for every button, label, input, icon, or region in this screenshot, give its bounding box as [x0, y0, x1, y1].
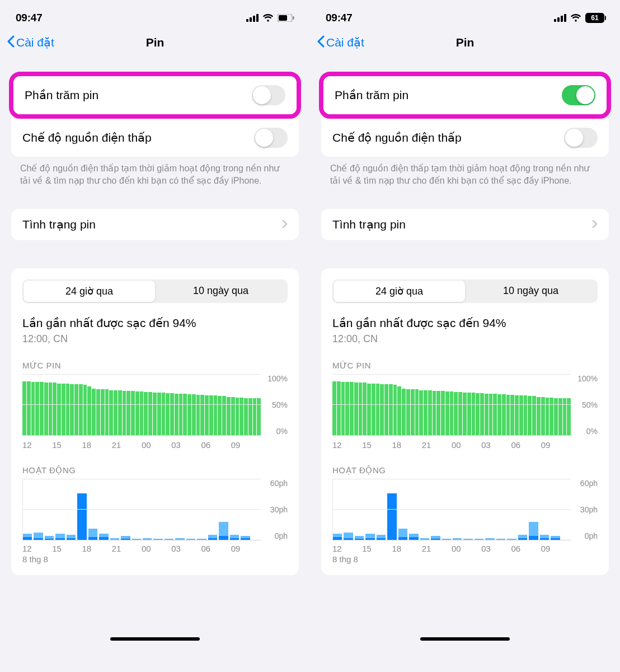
battery-health-cell[interactable]: Tình trạng pin: [11, 209, 299, 240]
status-time: 09:47: [16, 12, 43, 24]
svg-rect-10: [564, 14, 566, 22]
battery-percent-cell[interactable]: Phần trăm pin: [13, 76, 297, 114]
svg-rect-7: [554, 19, 556, 22]
low-power-label: Chế độ nguồn điện thấp: [22, 131, 152, 144]
svg-rect-8: [557, 17, 560, 22]
last-charge-title: Lần gần nhất được sạc đến 94%: [332, 316, 598, 330]
level-xaxis: 1215182100030609: [332, 440, 598, 450]
svg-rect-9: [561, 16, 563, 22]
activity-section-label: HOẠT ĐỘNG: [332, 465, 598, 475]
wifi-icon: [262, 14, 274, 22]
phone-right: 09:47 61 Cài đặt Pin Phần trăm pin Chế đ…: [310, 0, 620, 672]
activity-xaxis: 12151821000306098 thg 8: [332, 544, 598, 564]
chevron-right-icon: [592, 218, 598, 231]
chevron-right-icon: [282, 218, 288, 231]
tab-10d[interactable]: 10 ngày qua: [465, 281, 596, 302]
battery-percent-label: Phần trăm pin: [335, 88, 408, 102]
svg-rect-5: [279, 15, 287, 21]
low-power-toggle[interactable]: [564, 128, 598, 148]
cellular-icon: [246, 14, 259, 22]
battery-health-label: Tình trạng pin: [22, 218, 96, 231]
status-time: 09:47: [326, 12, 353, 24]
nav-bar: Cài đặt Pin: [310, 30, 620, 55]
svg-rect-3: [256, 14, 259, 22]
activity-section-label: HOẠT ĐỘNG: [22, 465, 288, 475]
svg-rect-2: [253, 16, 255, 22]
chevron-left-icon: [317, 35, 325, 50]
level-xaxis: 1215182100030609: [22, 440, 288, 450]
activity-chart: 60ph30ph0ph: [332, 479, 598, 540]
stats-card: 24 giờ qua 10 ngày qua Lần gần nhất được…: [321, 268, 609, 575]
battery-health-label: Tình trạng pin: [332, 218, 406, 231]
svg-rect-6: [293, 16, 294, 20]
highlight-frame: Phần trăm pin: [319, 72, 611, 119]
low-power-footer: Chế độ nguồn điện thấp tạm thời giảm hoạ…: [0, 157, 310, 186]
nav-bar: Cài đặt Pin: [0, 30, 310, 55]
activity-chart: 60ph30ph0ph: [22, 479, 288, 540]
battery-level-chart: 100%50%0%: [332, 374, 598, 436]
level-section-label: MỨC PIN: [22, 361, 288, 371]
battery-percent-icon: 61: [585, 13, 604, 23]
battery-health-cell[interactable]: Tình trạng pin: [321, 209, 609, 240]
home-indicator[interactable]: [110, 637, 200, 641]
back-button[interactable]: Cài đặt: [7, 35, 54, 50]
tab-24h[interactable]: 24 giờ qua: [24, 281, 155, 302]
status-bar: 09:47: [0, 0, 310, 30]
battery-percent-toggle[interactable]: [562, 85, 595, 105]
low-power-label: Chế độ nguồn điện thấp: [332, 131, 462, 144]
time-segment[interactable]: 24 giờ qua 10 ngày qua: [22, 279, 288, 303]
status-bar: 09:47 61: [310, 0, 620, 30]
activity-xaxis: 12151821000306098 thg 8: [22, 544, 288, 564]
low-power-cell[interactable]: Chế độ nguồn điện thấp: [11, 119, 299, 157]
wifi-icon: [570, 14, 581, 22]
svg-rect-0: [246, 19, 248, 22]
battery-percent-toggle[interactable]: [252, 85, 285, 105]
time-segment[interactable]: 24 giờ qua 10 ngày qua: [332, 279, 598, 303]
tab-24h[interactable]: 24 giờ qua: [334, 281, 465, 302]
battery-percent-cell[interactable]: Phần trăm pin: [323, 76, 607, 114]
low-power-cell[interactable]: Chế độ nguồn điện thấp: [321, 119, 609, 157]
battery-level-chart: 100%50%0%: [22, 374, 288, 436]
last-charge-title: Lần gần nhất được sạc đến 94%: [22, 316, 288, 330]
battery-icon: [278, 14, 294, 22]
tab-10d[interactable]: 10 ngày qua: [155, 281, 286, 302]
cellular-icon: [554, 14, 566, 22]
back-label: Cài đặt: [326, 36, 364, 49]
chevron-left-icon: [7, 35, 15, 50]
back-label: Cài đặt: [16, 36, 54, 49]
home-indicator[interactable]: [420, 637, 510, 641]
highlight-frame: Phần trăm pin: [9, 72, 301, 119]
low-power-footer: Chế độ nguồn điện thấp tạm thời giảm hoạ…: [310, 157, 620, 186]
last-charge-sub: 12:00, CN: [22, 333, 288, 345]
phone-left: 09:47 Cài đặt Pin Phần trăm pin Chế độ n…: [0, 0, 310, 672]
level-section-label: MỨC PIN: [332, 361, 598, 371]
svg-rect-1: [250, 17, 252, 22]
back-button[interactable]: Cài đặt: [317, 35, 364, 50]
battery-percent-label: Phần trăm pin: [25, 88, 98, 102]
low-power-toggle[interactable]: [254, 128, 288, 148]
stats-card: 24 giờ qua 10 ngày qua Lần gần nhất được…: [11, 268, 299, 575]
last-charge-sub: 12:00, CN: [332, 333, 598, 345]
